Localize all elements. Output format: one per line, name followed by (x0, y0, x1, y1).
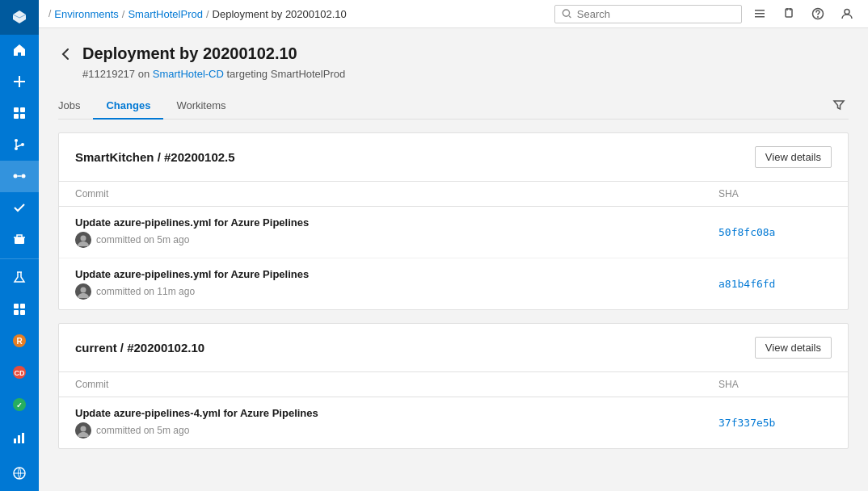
help-icon-btn[interactable] (807, 2, 829, 25)
breadcrumb-sep-1: / (122, 8, 125, 20)
sidebar: R CD ✓ (0, 0, 39, 491)
commit-title-1-1: Update azure-pipelines.yml for Azure Pip… (75, 216, 718, 229)
table-header-2: Commit SHA (59, 372, 848, 397)
svg-text:R: R (16, 337, 23, 346)
content: Deployment by 20200102.10 #11219217 on S… (39, 28, 868, 491)
sidebar-item-add[interactable] (0, 66, 39, 98)
svg-rect-9 (15, 237, 24, 244)
breadcrumb-environments[interactable]: Environments (54, 8, 118, 20)
sidebar-item-settings2[interactable] (0, 294, 39, 325)
avatar-1-1 (75, 232, 91, 248)
home-icon (11, 42, 27, 58)
commit-time-2-1: committed on 5m ago (96, 425, 189, 436)
subtitle-suffix: targeting SmartHotelProd (224, 68, 345, 80)
card-header-1: SmartKitchen / #20200102.5 View details (59, 133, 848, 182)
page-subtitle: #11219217 on SmartHotel-CD targeting Sma… (82, 68, 849, 80)
sidebar-item-orange[interactable]: R (0, 325, 39, 357)
avatar-1-2 (75, 283, 91, 300)
svg-rect-26 (755, 13, 765, 15)
tab-workitems[interactable]: Workitems (163, 93, 238, 120)
card-title-1: SmartKitchen / #20200102.5 (75, 150, 235, 164)
sidebar-item-network[interactable] (0, 455, 39, 491)
commit-sha-1-2[interactable]: a81b4f6fd (718, 278, 832, 290)
sidebar-item-home[interactable] (0, 35, 39, 66)
commit-info-1-1: Update azure-pipelines.yml for Azure Pip… (75, 216, 718, 248)
sidebar-item-green[interactable]: ✓ (0, 388, 39, 420)
topbar-actions (748, 2, 858, 25)
card-title-2: current / #20200102.10 (75, 341, 204, 355)
svg-point-5 (15, 147, 18, 150)
svg-rect-13 (20, 310, 25, 315)
commit-title-2-1: Update azure-pipelines-4.yml for Azure P… (75, 407, 718, 419)
sidebar-item-testplans[interactable] (0, 192, 39, 224)
svg-rect-28 (786, 9, 792, 17)
svg-point-4 (15, 139, 18, 142)
red-icon: CD (11, 364, 27, 380)
main-container: / Environments / SmartHotelProd / Deploy… (39, 0, 868, 491)
tab-jobs[interactable]: Jobs (58, 93, 93, 120)
commit-row-2-1: Update azure-pipelines-4.yml for Azure P… (59, 397, 848, 448)
list-icon (753, 7, 766, 20)
svg-rect-3 (20, 114, 25, 119)
commit-info-2-1: Update azure-pipelines-4.yml for Azure P… (75, 407, 718, 439)
commit-time-1-2: committed on 11m ago (96, 286, 195, 297)
commit-meta-1-2: committed on 11m ago (75, 283, 718, 300)
sidebar-item-boards[interactable] (0, 98, 39, 129)
sidebar-logo[interactable] (0, 0, 39, 35)
breadcrumb-current: Deployment by 20200102.10 (213, 8, 347, 20)
view-details-button-1[interactable]: View details (755, 146, 832, 168)
svg-point-7 (14, 174, 18, 178)
search-input[interactable] (577, 8, 735, 20)
back-button[interactable] (58, 47, 73, 61)
svg-rect-27 (755, 16, 765, 18)
breadcrumb-sep-2: / (206, 8, 209, 20)
card-current: current / #20200102.10 View details Comm… (58, 323, 849, 449)
sidebar-divider (0, 258, 39, 259)
badge-icon-btn[interactable] (777, 2, 800, 25)
sidebar-item-pipelines[interactable] (0, 161, 39, 192)
topbar: / Environments / SmartHotelProd / Deploy… (39, 0, 868, 28)
commit-meta-2-1: committed on 5m ago (75, 422, 718, 439)
commit-time-1-1: committed on 5m ago (96, 234, 189, 246)
repos-icon (11, 136, 27, 153)
green-icon: ✓ (11, 397, 27, 413)
pipelines-icon (11, 168, 27, 184)
user-icon (841, 7, 853, 20)
svg-point-8 (22, 174, 26, 178)
view-details-button-2[interactable]: View details (755, 337, 832, 359)
commit-meta-1-1: committed on 5m ago (75, 232, 718, 248)
commit-sha-1-1[interactable]: 50f8fc08a (718, 226, 832, 238)
svg-point-30 (817, 16, 819, 18)
boards-icon (11, 105, 27, 121)
chart-icon (11, 430, 27, 446)
svg-point-24 (563, 10, 569, 16)
list-icon-btn[interactable] (748, 2, 771, 25)
svg-rect-11 (20, 304, 25, 308)
testplans-icon (11, 199, 27, 216)
col-sha-label-2: SHA (718, 379, 832, 390)
subtitle-prefix: #11219217 on (82, 68, 153, 80)
user-icon-btn[interactable] (836, 2, 858, 25)
filter-icon[interactable] (832, 99, 849, 114)
sidebar-item-settings1[interactable] (0, 262, 39, 294)
sidebar-item-red[interactable]: CD (0, 357, 39, 388)
search-box[interactable] (554, 5, 742, 23)
tab-changes[interactable]: Changes (93, 93, 163, 120)
commit-row-1-1: Update azure-pipelines.yml for Azure Pip… (59, 207, 848, 258)
artifacts-icon (11, 231, 27, 247)
svg-rect-21 (18, 435, 20, 443)
sidebar-item-repos[interactable] (0, 129, 39, 161)
badge-icon (782, 7, 795, 20)
network-icon (11, 465, 27, 481)
svg-rect-10 (14, 304, 19, 308)
col-commit-label-2: Commit (75, 379, 718, 390)
commit-sha-2-1[interactable]: 37f337e5b (718, 417, 832, 429)
card-smartkitchen: SmartKitchen / #20200102.5 View details … (58, 132, 849, 310)
sidebar-item-chart[interactable] (0, 420, 39, 455)
card-header-2: current / #20200102.10 View details (59, 324, 848, 372)
tabs: Jobs Changes Workitems (58, 93, 849, 120)
sidebar-item-artifacts[interactable] (0, 224, 39, 255)
breadcrumb-smarthotelprod[interactable]: SmartHotelProd (128, 8, 202, 20)
subtitle-link[interactable]: SmartHotel-CD (153, 68, 224, 80)
svg-point-35 (81, 287, 86, 293)
